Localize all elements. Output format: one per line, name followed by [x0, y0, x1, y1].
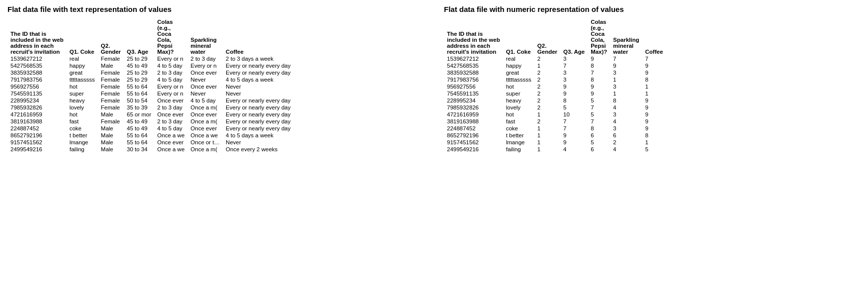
table-row: 2499549216failing14645	[444, 146, 666, 153]
table-cell: 55 to 64	[124, 132, 154, 139]
table-cell: Every or n	[154, 90, 187, 97]
table-cell: lmange	[67, 139, 98, 146]
table-cell: 2	[534, 83, 560, 90]
table-row: 3819163988fast27749	[444, 118, 666, 125]
table-cell: Once every 2 weeks	[223, 146, 293, 153]
table-cell: 3	[560, 69, 588, 76]
table-cell: happy	[67, 62, 98, 69]
table-cell: 55 to 64	[124, 83, 154, 90]
table-cell: 1	[642, 90, 666, 97]
table-cell: 3	[610, 83, 642, 90]
table-cell: 8	[642, 76, 666, 83]
col-header-q3: Q3. Age	[560, 18, 588, 55]
table-row: 5427568535happyMale45 to 494 to 5 dayEve…	[7, 62, 294, 69]
header-text-sparkling: Sparklingmineralwater	[613, 37, 639, 55]
table-cell: 9	[642, 69, 666, 76]
table-cell: real	[67, 55, 98, 62]
table-cell: 9157451562	[7, 139, 67, 146]
left-table-section: Flat data file with text representation …	[7, 5, 424, 153]
table-cell: 5	[560, 104, 588, 111]
table-cell: Every or nearly every day	[223, 104, 293, 111]
table-cell: Every or nearly every day	[223, 97, 293, 104]
table-cell: great	[67, 69, 98, 76]
table-cell: 7	[588, 69, 610, 76]
table-cell: 7985932826	[444, 104, 503, 111]
table-cell: Male	[98, 146, 124, 153]
table-cell: 3	[560, 76, 588, 83]
left-table-header: The ID that isincluded in the webaddress…	[7, 18, 294, 55]
table-cell: 224887452	[7, 125, 67, 132]
table-row: 7985932826lovely25749	[444, 104, 666, 111]
table-cell: 9	[560, 90, 588, 97]
table-cell: 1	[534, 111, 560, 118]
right-header-row: The ID that isincluded in the webaddress…	[444, 18, 666, 55]
header-text-q3: Q3. Age	[127, 49, 151, 55]
table-cell: 9	[588, 90, 610, 97]
table-cell: 7545591135	[444, 90, 503, 97]
table-cell: 2	[534, 104, 560, 111]
table-cell: super	[67, 90, 98, 97]
table-row: 956927556hot29931	[444, 83, 666, 90]
table-cell: 4 to 5 day	[154, 76, 187, 83]
table-cell: Once a m(	[187, 146, 223, 153]
table-cell: 4	[560, 146, 588, 153]
table-cell: 65 or mor	[124, 111, 154, 118]
table-cell: failing	[67, 146, 98, 153]
table-cell: Every or n	[154, 83, 187, 90]
table-cell: 35 to 39	[124, 104, 154, 111]
table-cell: 2 to 3 days a week	[223, 55, 293, 62]
table-cell: 5427568535	[444, 62, 503, 69]
table-cell: 45 to 49	[124, 118, 154, 125]
table-cell: 8652792196	[444, 132, 503, 139]
table-cell: 1	[534, 125, 560, 132]
table-cell: Once ever	[187, 111, 223, 118]
table-cell: fast	[67, 118, 98, 125]
table-cell: 4	[610, 118, 642, 125]
table-cell: 1	[534, 139, 560, 146]
table-cell: Every or nearly every day	[223, 69, 293, 76]
table-cell: hot	[503, 111, 534, 118]
table-cell: Male	[98, 111, 124, 118]
col-header-q1: Q1. Coke	[503, 18, 534, 55]
table-cell: 7	[588, 104, 610, 111]
table-cell: Once ever	[187, 125, 223, 132]
table-cell: Once ever	[154, 97, 187, 104]
table-cell: Female	[98, 97, 124, 104]
table-cell: Once ever	[154, 139, 187, 146]
table-cell: 6	[588, 146, 610, 153]
table-cell: 10	[560, 111, 588, 118]
table-cell: 3	[610, 69, 642, 76]
header-text-q1: Q1. Coke	[70, 49, 95, 55]
table-row: 2499549216failingMale30 to 34Once a weOn…	[7, 146, 294, 153]
table-cell: 4	[610, 104, 642, 111]
table-cell: 1	[610, 90, 642, 97]
table-cell: 25 to 29	[124, 69, 154, 76]
header-text-sparkling: Sparklingmineralwater	[190, 37, 220, 55]
table-cell: Female	[98, 90, 124, 97]
table-cell: 9	[642, 111, 666, 118]
right-table: The ID that isincluded in the webaddress…	[444, 18, 666, 153]
table-cell: Never	[223, 90, 293, 97]
table-cell: hot	[67, 83, 98, 90]
table-row: 8652792196t betterMale55 to 64Once a weO…	[7, 132, 294, 139]
table-cell: 8	[588, 125, 610, 132]
table-cell: Female	[98, 83, 124, 90]
left-table-title: Flat data file with text representation …	[7, 5, 424, 13]
table-row: 9157451562lmangeMale55 to 64Once everOnc…	[7, 139, 294, 146]
table-row: 7545591135super29911	[444, 90, 666, 97]
table-cell: 9	[642, 125, 666, 132]
table-cell: 7917983756	[7, 76, 67, 83]
table-cell: 9	[642, 62, 666, 69]
table-cell: Once a m(	[187, 118, 223, 125]
table-cell: 2	[534, 76, 560, 83]
table-cell: 45 to 49	[124, 62, 154, 69]
table-cell: 2 to 3 day	[154, 104, 187, 111]
table-cell: heavy	[67, 97, 98, 104]
table-cell: 2	[534, 55, 560, 62]
header-text-id: The ID that isincluded in the webaddress…	[10, 31, 64, 55]
table-cell: 2	[534, 90, 560, 97]
table-cell: 3835932588	[444, 69, 503, 76]
table-cell: lmange	[503, 139, 534, 146]
table-cell: 1	[534, 62, 560, 69]
right-table-body: 1539627212real239775427568535happy178993…	[444, 55, 666, 153]
